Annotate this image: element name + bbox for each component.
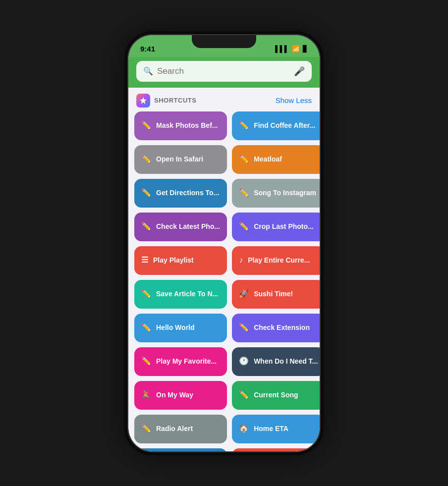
shortcut-icon-play-my-favorites: ✏️: [141, 356, 151, 367]
shortcut-icon-home-eta: 🏠: [239, 424, 249, 434]
shortcut-icon-hello-world: ✏️: [141, 323, 151, 333]
shortcut-label-find-coffee: Find Coffee After...: [254, 121, 315, 130]
shortcut-sushi-time[interactable]: 🚀Sushi Time!: [232, 280, 320, 309]
signal-icon: ▌▌▌: [275, 45, 289, 53]
shortcut-label-meatloaf: Meatloaf: [254, 155, 282, 163]
shortcut-icon-play-playlist: ☰: [141, 255, 148, 266]
shortcut-icon-radio-alert: ✏️: [141, 424, 151, 434]
shortcut-label-get-directions: Get Directions To...: [156, 188, 219, 197]
shortcut-icon-mask-photos: ✏️: [141, 120, 151, 131]
shortcut-mask-photos[interactable]: ✏️Mask Photos Bef...: [134, 111, 227, 140]
shortcuts-section-title: SHORTCUTS: [154, 97, 196, 104]
status-time: 9:41: [140, 45, 155, 53]
shortcut-icon-on-my-way: 🚴: [141, 390, 151, 400]
power-button: [320, 124, 321, 164]
scrollable-area[interactable]: SHORTCUTS Show Less ✏️Mask Photos Bef...…: [128, 88, 320, 451]
shortcut-icon-sushi-time: 🚀: [239, 289, 249, 299]
shortcut-icon-play-entire-current: ♪: [239, 255, 243, 266]
shortcut-open-safari[interactable]: ✏️Open In Safari: [134, 145, 227, 174]
shortcut-hello-world[interactable]: ✏️Hello World: [134, 314, 227, 342]
phone-frame: 9:41 ▌▌▌ 📶 ▊ 🔍 🎤: [127, 34, 321, 452]
shortcut-meatloaf[interactable]: ✏️Meatloaf: [232, 145, 320, 174]
shortcuts-grid: ✏️Mask Photos Bef...✏️Find Coffee After.…: [128, 111, 320, 451]
shortcut-tweet-song[interactable]: 🐦Tweet Song: [232, 448, 320, 451]
shortcut-icon-get-directions: ✏️: [141, 188, 151, 198]
shortcut-icon-check-extension: ✏️: [239, 323, 249, 333]
shortcut-radio-alert[interactable]: ✏️Radio Alert: [134, 415, 227, 443]
shortcut-icon-when-do-i-need: 🕐: [239, 356, 249, 367]
shortcut-check-extension[interactable]: ✏️Check Extension: [232, 314, 320, 342]
shortcuts-app-icon-small: [136, 94, 150, 108]
shortcut-icon-find-coffee: ✏️: [239, 120, 249, 131]
shortcut-label-current-song: Current Song: [254, 390, 298, 399]
notch: [192, 35, 256, 48]
search-icon: 🔍: [143, 66, 153, 76]
wifi-icon: 📶: [292, 45, 300, 53]
shortcut-label-crop-last-photo: Crop Last Photo...: [254, 222, 314, 231]
search-input[interactable]: [157, 66, 290, 76]
shortcut-label-check-extension: Check Extension: [254, 323, 310, 332]
shortcut-on-my-way[interactable]: 🚴On My Way: [134, 381, 227, 410]
shortcuts-header: SHORTCUTS Show Less: [128, 88, 320, 111]
search-bar[interactable]: 🔍 🎤: [136, 61, 312, 82]
shortcut-check-latest-photo[interactable]: ✏️Check Latest Pho...: [134, 213, 227, 241]
shortcut-icon-check-latest-photo: ✏️: [141, 221, 151, 232]
shortcut-crop-last-photo[interactable]: ✏️Crop Last Photo...: [232, 213, 320, 241]
shortcut-play-entire-current[interactable]: ♪Play Entire Curre...: [232, 246, 320, 275]
shortcut-play-playlist[interactable]: ☰Play Playlist: [134, 246, 227, 275]
shortcut-find-coffee[interactable]: ✏️Find Coffee After...: [232, 111, 320, 140]
shortcut-label-play-entire-current: Play Entire Curre...: [248, 256, 310, 265]
shortcut-label-when-do-i-need: When Do I Need T...: [254, 357, 318, 366]
shortcut-song-instagram[interactable]: ✏️Song To Instagram: [232, 179, 320, 208]
shortcut-play-my-favorites[interactable]: ✏️Play My Favorite...: [134, 347, 227, 376]
shortcuts-header-left: SHORTCUTS: [136, 94, 196, 108]
shortcut-current-song[interactable]: ✏️Current Song: [232, 381, 320, 410]
shortcut-icon-meatloaf: ✏️: [239, 154, 249, 164]
shortcut-icon-open-safari: ✏️: [141, 154, 151, 164]
shortcut-home-eta[interactable]: 🏠Home ETA: [232, 415, 320, 443]
shortcut-label-open-safari: Open In Safari: [156, 155, 203, 163]
microphone-icon[interactable]: 🎤: [294, 66, 305, 77]
shortcut-label-save-article: Save Article To N...: [156, 289, 218, 298]
shortcut-icon-save-article: ✏️: [141, 289, 151, 299]
search-container: 🔍 🎤: [128, 57, 320, 88]
shortcut-label-song-instagram: Song To Instagram: [254, 188, 316, 197]
shortcut-label-play-my-favorites: Play My Favorite...: [156, 357, 217, 366]
shortcut-label-check-latest-photo: Check Latest Pho...: [156, 222, 220, 231]
status-icons: ▌▌▌ 📶 ▊: [275, 45, 308, 53]
battery-icon: ▊: [303, 45, 308, 53]
shortcut-icon-crop-last-photo: ✏️: [239, 221, 249, 232]
shortcut-label-sushi-time: Sushi Time!: [254, 289, 293, 298]
shortcut-when-do-i-need[interactable]: 🕐When Do I Need T...: [232, 347, 320, 376]
shortcut-make-top-25[interactable]: ✏️Make Top 25 Play...: [134, 448, 227, 451]
shortcut-label-mask-photos: Mask Photos Bef...: [156, 121, 218, 130]
main-content: 9:41 ▌▌▌ 📶 ▊ 🔍 🎤: [128, 35, 320, 451]
shortcut-save-article[interactable]: ✏️Save Article To N...: [134, 280, 227, 309]
shortcut-label-play-playlist: Play Playlist: [153, 256, 194, 265]
shortcut-label-hello-world: Hello World: [156, 323, 195, 332]
shortcut-label-on-my-way: On My Way: [156, 390, 193, 399]
phone-screen: 9:41 ▌▌▌ 📶 ▊ 🔍 🎤: [128, 35, 320, 451]
shortcut-icon-current-song: ✏️: [239, 390, 249, 400]
shortcut-label-radio-alert: Radio Alert: [156, 424, 193, 433]
show-less-button[interactable]: Show Less: [276, 96, 312, 105]
shortcut-icon-song-instagram: ✏️: [239, 188, 249, 198]
shortcut-get-directions[interactable]: ✏️Get Directions To...: [134, 179, 227, 208]
shortcut-label-home-eta: Home ETA: [254, 424, 288, 433]
